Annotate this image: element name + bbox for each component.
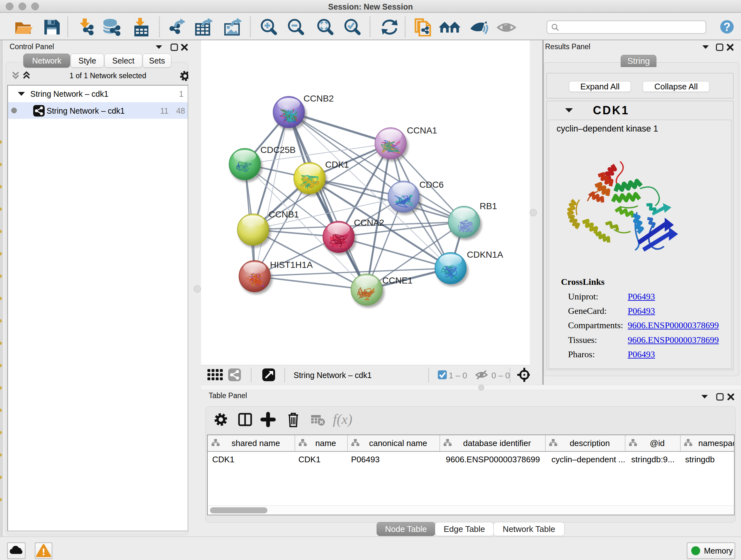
svg-text:CDC25B: CDC25B bbox=[260, 145, 295, 155]
svg-text:cyclin–dependent ...: cyclin–dependent ... bbox=[551, 455, 625, 464]
svg-text:CDK1: CDK1 bbox=[212, 455, 234, 464]
svg-text:CCNE1: CCNE1 bbox=[382, 275, 413, 286]
svg-text:namespace: namespace bbox=[698, 438, 734, 448]
svg-text:description: description bbox=[569, 438, 610, 448]
svg-text:CCNB1: CCNB1 bbox=[269, 209, 299, 219]
svg-text:P06493: P06493 bbox=[351, 455, 380, 464]
svg-text:stringdb:9...: stringdb:9... bbox=[631, 455, 675, 464]
svg-text:name: name bbox=[315, 438, 336, 448]
svg-text:CDK1: CDK1 bbox=[298, 455, 320, 464]
svg-text:RB1: RB1 bbox=[480, 201, 497, 211]
svg-text:stringdb: stringdb bbox=[685, 455, 715, 464]
svg-text:f(x): f(x) bbox=[333, 412, 352, 427]
svg-text:1: 1 bbox=[179, 89, 184, 98]
svg-text:11: 11 bbox=[160, 106, 169, 115]
svg-text:CDK1: CDK1 bbox=[325, 160, 349, 170]
svg-text:shared name: shared name bbox=[232, 438, 280, 448]
svg-text:@id: @id bbox=[650, 438, 665, 448]
svg-text:String Network – cdk1: String Network – cdk1 bbox=[47, 106, 125, 115]
svg-text:canonical name: canonical name bbox=[369, 438, 427, 448]
svg-text:48: 48 bbox=[176, 106, 185, 115]
svg-text:CDC6: CDC6 bbox=[419, 180, 444, 190]
svg-text:HIST1H1A: HIST1H1A bbox=[270, 260, 313, 270]
svg-text:9606.ENSP00000378699: 9606.ENSP00000378699 bbox=[446, 455, 540, 464]
svg-text:CDK1: CDK1 bbox=[593, 104, 629, 117]
svg-text:Memory: Memory bbox=[704, 546, 733, 555]
svg-text:?: ? bbox=[724, 20, 731, 34]
svg-text:String Network – cdk1: String Network – cdk1 bbox=[30, 89, 109, 98]
svg-text:database identifier: database identifier bbox=[463, 438, 531, 448]
svg-text:CCNB2: CCNB2 bbox=[304, 94, 334, 104]
svg-text:CCNA2: CCNA2 bbox=[354, 218, 384, 228]
svg-text:CDKN1A: CDKN1A bbox=[467, 250, 503, 260]
svg-text:1 of 1 Network selected: 1 of 1 Network selected bbox=[70, 71, 146, 80]
svg-text:CCNA1: CCNA1 bbox=[407, 125, 437, 135]
